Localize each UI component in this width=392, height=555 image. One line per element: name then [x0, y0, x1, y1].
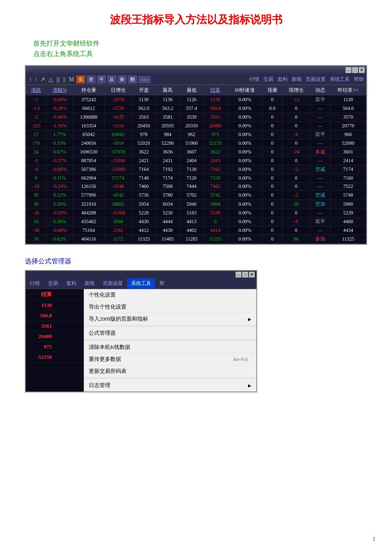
btn-more[interactable]: >>> — [139, 76, 151, 83]
nav-system-tools[interactable]: 系统工具 — [330, 76, 350, 83]
table-cell: 1306888 — [73, 113, 104, 122]
table-row: 171.77%65042650429789849629750.00%0-6双平9… — [26, 130, 366, 139]
col-cur-vol: 现量 — [262, 85, 282, 95]
table-cell: 984 — [156, 130, 180, 139]
table-cell: 2414 — [330, 157, 366, 165]
table-cell: 0.00% — [227, 226, 262, 235]
trading-table: 涨跌 涨幅% 持仓量 日增仓 开盘 最高 最低 结算 60秒速涨 现量 现增仓 … — [26, 85, 366, 244]
table-cell: 0 — [262, 174, 282, 183]
toolbar-icon-2[interactable]: / — [34, 76, 38, 83]
col-change-pct[interactable]: 涨幅% — [46, 85, 73, 95]
nav-help[interactable]: 帮助 — [354, 76, 364, 83]
table-cell: -0.50% — [46, 209, 73, 217]
table-cell: 1.77% — [46, 130, 73, 139]
menu-close[interactable]: ✕ — [249, 272, 255, 278]
table-cell: 1696530 — [73, 148, 104, 157]
btn-flat[interactable]: 平 — [97, 75, 106, 83]
menu-nav-news[interactable]: 新闻 — [80, 278, 99, 289]
table-cell: 86 — [282, 235, 310, 244]
table-cell: 66612 — [73, 105, 104, 113]
instruction-line2: 点击右上角系统工具 — [33, 50, 367, 58]
toolbar-icon-1[interactable]: ↑ — [28, 76, 33, 83]
nav-trade[interactable]: 交易 — [263, 76, 273, 83]
btn-flip[interactable]: 翻 — [128, 75, 137, 83]
nav-arbitrage[interactable]: 套利 — [278, 76, 287, 83]
menu-left-3561: 3561 — [26, 321, 84, 331]
toolbar-icon-4[interactable]: △ — [48, 76, 54, 83]
table-cell: 20480 — [204, 122, 228, 130]
close-button[interactable]: ✕ — [359, 67, 365, 73]
table-cell: 0 — [262, 95, 282, 105]
table-row: 300.52%577996-454257365780570257420.00%0… — [26, 191, 366, 200]
val-5608: 560.8 — [29, 312, 52, 319]
col-change[interactable]: 涨跌 — [26, 85, 46, 95]
minimize-button[interactable]: — — [346, 67, 351, 73]
table-cell: 8 — [26, 174, 46, 183]
table-cell: — — [310, 139, 330, 148]
nav-news[interactable]: 新闻 — [292, 76, 302, 83]
menu-item-import-2009[interactable]: 导入2009版的页面和指标 — [84, 313, 256, 325]
table-cell: — — [310, 105, 330, 113]
table-cell: 空加 — [310, 200, 330, 209]
btn-real[interactable]: 实 — [76, 75, 85, 83]
table-cell: 52080 — [330, 139, 366, 148]
col-prev-settle: 昨结算>> — [330, 85, 366, 95]
maximize-button[interactable]: □ — [352, 67, 358, 73]
table-cell: 20595 — [156, 122, 180, 130]
menu-nav-arbitrage[interactable]: 套利 — [62, 278, 80, 289]
table-cell: 0 — [262, 139, 282, 148]
toolbar-icon-3[interactable]: ↗ — [39, 76, 46, 83]
menu-item-log-manager[interactable]: 日志管理 — [84, 380, 256, 392]
menu-item-reload-data[interactable]: 重传更多数据 Alt+F11 — [84, 353, 256, 365]
toolbar-icon-5[interactable]: ||| — [56, 76, 61, 83]
table-cell: 1136 — [156, 95, 180, 105]
table-cell: 5230 — [156, 209, 180, 217]
table-cell: 65042 — [73, 130, 104, 139]
table-cell: 562.0 — [132, 105, 156, 113]
menu-item-export-settings[interactable]: 导出个性化设置 — [84, 301, 256, 313]
table-cell: 4400 — [330, 217, 366, 226]
table-cell: 0.00% — [227, 209, 262, 217]
table-cell: 5199 — [204, 209, 228, 217]
table-cell: 7192 — [156, 165, 180, 174]
table-cell: 52020 — [132, 139, 156, 148]
table-cell: -4 — [26, 165, 46, 174]
table-cell: -1.56% — [46, 122, 73, 130]
btn-switch[interactable]: 换 — [118, 75, 127, 83]
btn-reverse[interactable]: 反 — [107, 75, 116, 83]
table-cell: 5239 — [330, 209, 366, 217]
nav-market[interactable]: 行情 — [249, 76, 259, 83]
menu-nav-system-tools[interactable]: 系统工具 — [127, 278, 155, 289]
table-cell: 0 — [262, 217, 282, 226]
menu-item-personalize[interactable]: 个性化设置 — [84, 289, 256, 301]
table-cell: — — [310, 174, 330, 183]
menu-nav-trade[interactable]: 交易 — [44, 278, 62, 289]
table-cell: 2421 — [132, 157, 156, 165]
menu-item-clear-kline[interactable]: 清除本机K线数据 — [84, 341, 256, 353]
table-cell: -0.37% — [46, 157, 73, 165]
section2-label: 选择公式管理器 — [25, 257, 367, 266]
menu-nav-help[interactable]: 帮 — [155, 278, 168, 289]
col-low: 最低 — [180, 85, 204, 95]
table-cell: 3539 — [180, 113, 204, 122]
table-row: -30-0.68%75164216244124430440244140.00%0… — [26, 226, 366, 235]
menu-minimize[interactable]: — — [236, 272, 241, 278]
table-cell: 240056 — [73, 139, 104, 148]
table-cell: 7160 — [330, 174, 366, 183]
table-cell: -6 — [282, 130, 310, 139]
menu-nav: 行情 交易 套利 新闻 页面设置 系统工具 帮 — [26, 278, 256, 289]
menu-left-20480: 20480 — [26, 331, 84, 342]
col-settle[interactable]: 结算 — [204, 85, 228, 95]
table-row: -9-0.37%887854-1594624212431240424190.00… — [26, 157, 366, 165]
menu-nav-market[interactable]: 行情 — [26, 278, 44, 289]
menu-nav-page-settings[interactable]: 页面设置 — [99, 278, 127, 289]
btn-category[interactable]: 类 — [87, 75, 95, 83]
val-52150: 52150 — [29, 354, 52, 360]
nav-page-settings[interactable]: 页面设置 — [306, 76, 326, 83]
menu-item-update-exchange[interactable]: 更新交易所码表 — [84, 365, 256, 377]
menu-item-formula-manager[interactable]: 公式管理器 — [84, 327, 256, 339]
toolbar-icon-6[interactable]: || — [62, 76, 66, 83]
menu-maximize[interactable]: □ — [242, 272, 248, 278]
toolbar-icon-7[interactable]: M — [68, 76, 75, 83]
menu-left-5608: 560.8 — [26, 311, 84, 321]
